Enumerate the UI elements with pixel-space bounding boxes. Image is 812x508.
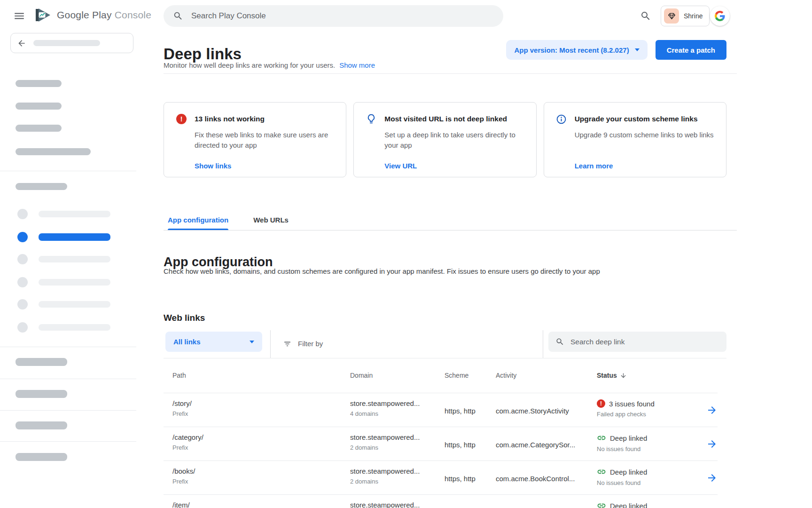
card-upgrade-schemes: Upgrade your custom scheme links Upgrade… — [544, 102, 726, 177]
row-domain: store.steampowered... — [350, 433, 445, 441]
table-row[interactable]: /category/ Prefix store.steampowered... … — [164, 427, 718, 461]
menu-button[interactable] — [13, 10, 27, 22]
divider — [543, 330, 543, 358]
row-path: /category/ — [172, 433, 350, 441]
card-most-visited-url: Most visited URL is not deep linked Set … — [353, 102, 536, 177]
skeleton-bar — [16, 390, 67, 398]
app-version-dropdown[interactable]: App version: Most recent (8.2.027) — [506, 40, 647, 60]
row-status-detail: Failed app checks — [597, 411, 706, 418]
row-path: /story/ — [172, 399, 350, 407]
row-status-detail: No issues found — [597, 479, 706, 486]
brand[interactable]: Google Play Console — [35, 8, 151, 23]
table-row[interactable]: /books/ Prefix store.steampowered... 2 d… — [164, 461, 718, 495]
tab-app-configuration[interactable]: App configuration — [168, 216, 228, 230]
skeleton-bar — [16, 103, 62, 110]
row-scheme: https, http — [445, 393, 496, 427]
divider — [164, 230, 737, 230]
row-scheme — [445, 495, 496, 508]
skeleton-bar — [39, 211, 110, 217]
row-detail-arrow-button[interactable] — [706, 405, 718, 416]
row-path-type: Prefix — [172, 410, 350, 417]
deep-link-search[interactable] — [548, 332, 726, 352]
show-more-link[interactable]: Show more — [339, 61, 375, 69]
app-selector-chip[interactable]: Shrine — [661, 6, 710, 26]
deep-link-search-input[interactable] — [570, 337, 719, 347]
link-icon — [597, 467, 606, 476]
column-scheme: Scheme — [445, 372, 496, 379]
column-status-label: Status — [597, 372, 617, 379]
table-body: /story/ Prefix store.steampowered... 4 d… — [164, 393, 726, 508]
row-domain: store.steampowered... — [350, 399, 445, 407]
show-links-link[interactable]: Show links — [195, 162, 231, 170]
search-icon — [640, 10, 652, 22]
links-filter-dropdown[interactable]: All links — [165, 332, 262, 352]
page-subtitle: Monitor how well deep links are working … — [164, 61, 335, 69]
app-version-label: App version: Most recent (8.2.027) — [514, 46, 629, 54]
row-activity — [496, 495, 597, 508]
global-search-input[interactable] — [190, 11, 494, 21]
skeleton-bar — [16, 148, 91, 155]
row-status: Deep linked — [610, 468, 647, 476]
table-row[interactable]: /story/ Prefix store.steampowered... 4 d… — [164, 393, 718, 427]
skeleton-bar — [33, 40, 100, 46]
create-patch-button[interactable]: Create a patch — [656, 40, 726, 60]
row-path-type: Prefix — [172, 478, 350, 485]
row-detail-arrow-button[interactable] — [706, 472, 718, 484]
google-account-avatar[interactable] — [710, 6, 730, 26]
global-search-bar[interactable] — [164, 5, 503, 27]
table-header: Path Domain Scheme Activity Status — [164, 358, 718, 393]
row-domain: store.steampowered... — [350, 467, 445, 475]
skeleton-bar — [16, 125, 62, 132]
row-activity: com.acme.CategorySor... — [496, 427, 597, 460]
row-status: Deep linked — [610, 434, 647, 442]
divider — [0, 441, 136, 442]
hamburger-icon — [13, 10, 27, 22]
row-domains-count: 2 domains — [350, 444, 445, 451]
arrow-forward-icon — [706, 438, 718, 450]
active-nav-icon — [17, 232, 28, 242]
filter-icon — [283, 339, 292, 348]
divider — [270, 330, 271, 358]
table-row[interactable]: /item/ store.steampowered... Deep linked — [164, 495, 718, 508]
arrow-forward-icon — [706, 405, 718, 416]
error-icon: ! — [176, 113, 187, 125]
arrow-forward-icon — [706, 506, 718, 508]
row-status: Deep linked — [610, 502, 647, 508]
filter-by-button[interactable]: Filter by — [280, 329, 326, 358]
arrow-back-icon — [17, 39, 26, 48]
divider — [0, 410, 136, 411]
sidebar-item-active[interactable] — [39, 233, 110, 241]
row-activity: com.acme.StoryActivity — [496, 393, 597, 427]
row-activity: com.acme.BookControl... — [496, 461, 597, 494]
section-description: Check how web links, domains, and custom… — [164, 267, 680, 275]
column-activity: Activity — [496, 372, 597, 379]
insight-cards: ! 13 links not working Fix these web lin… — [164, 102, 726, 177]
row-path: /item/ — [172, 501, 350, 508]
divider — [0, 171, 136, 171]
column-status-sort[interactable]: Status — [597, 372, 706, 379]
skeleton-bar — [39, 301, 110, 308]
brand-google-play: Google Play — [57, 9, 112, 20]
back-navigation[interactable] — [10, 33, 133, 53]
learn-more-link[interactable]: Learn more — [575, 162, 613, 170]
divider — [164, 73, 737, 74]
row-detail-arrow-button[interactable] — [706, 506, 718, 508]
app-chip-label: Shrine — [684, 12, 703, 20]
column-domain: Domain — [350, 372, 445, 379]
link-icon — [597, 433, 606, 443]
row-scheme: https, http — [445, 461, 496, 494]
view-url-link[interactable]: View URL — [384, 162, 417, 170]
sidebar — [0, 32, 136, 508]
error-icon: ! — [597, 399, 605, 408]
skeleton-bar — [16, 80, 62, 87]
search-icon — [173, 11, 183, 21]
brand-text: Google Play Console — [57, 9, 151, 21]
chevron-down-icon — [250, 341, 254, 343]
skeleton-circle — [17, 254, 28, 264]
skeleton-bar — [16, 453, 67, 461]
skeleton-bar — [16, 358, 67, 366]
tab-web-urls[interactable]: Web URLs — [253, 216, 289, 230]
search-icon — [555, 337, 564, 346]
row-detail-arrow-button[interactable] — [706, 438, 718, 450]
secondary-search-button[interactable] — [640, 10, 652, 22]
